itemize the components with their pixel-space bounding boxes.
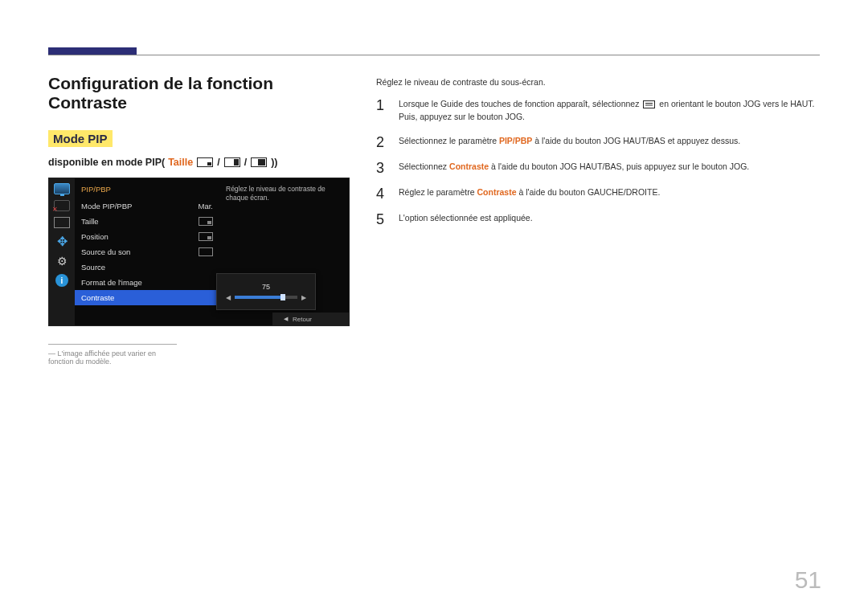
avail-taille: Taille <box>168 157 193 168</box>
osd-category: PIP/PBP <box>75 182 219 198</box>
pip-size-tall-icon <box>224 157 240 167</box>
pip-preview-icon <box>199 217 213 226</box>
osd-icon-picture-off <box>54 200 70 211</box>
steps-list: 1 Lorsque le Guide des touches de foncti… <box>376 98 820 227</box>
menu-glyph-icon <box>643 100 655 108</box>
osd-item-label: Format de l'image <box>81 278 142 287</box>
step-pre: L'option sélectionnée est appliquée. <box>399 213 533 223</box>
osd-item-mode: Mode PIP/PBP Mar. <box>75 198 219 214</box>
step-4: 4 Réglez le paramètre Contraste à l'aide… <box>376 186 820 201</box>
mode-pip-badge: Mode PIP <box>48 130 113 147</box>
pip-size-half-icon <box>251 157 267 167</box>
step-number: 5 <box>376 212 387 227</box>
osd-icon-picture <box>54 183 70 194</box>
availability-line: disponible en mode PIP( Taille / / )) <box>48 157 346 168</box>
step-number: 4 <box>376 186 387 201</box>
step-pre: Sélectionnez <box>399 161 449 171</box>
osd-item-source-son: Source du son <box>75 244 219 260</box>
osd-item-contraste: Contraste <box>75 290 219 305</box>
footnote-rule: ― L'image affichée peut varier en foncti… <box>48 344 177 366</box>
step-number: 3 <box>376 161 387 175</box>
back-arrow-icon: ◀ <box>284 316 288 322</box>
page-number: 51 <box>795 566 821 594</box>
step-text: Lorsque le Guide des touches de fonction… <box>399 98 820 124</box>
step-text: Sélectionnez Contraste à l'aide du bouto… <box>399 161 749 174</box>
pip-size-small-icon <box>197 157 213 167</box>
step-5: 5 L'option sélectionnée est appliquée. <box>376 212 820 227</box>
step-1: 1 Lorsque le Guide des touches de foncti… <box>376 98 820 124</box>
step-pre: Sélectionnez le paramètre <box>399 136 499 145</box>
step-text: Sélectionnez le paramètre PIP/PBP à l'ai… <box>399 135 740 148</box>
osd-icon-move: ✥ <box>54 234 70 248</box>
step-text: Réglez le paramètre Contraste à l'aide d… <box>399 186 660 199</box>
step-highlight: Contraste <box>477 187 516 197</box>
osd-item-source: Source <box>75 260 219 275</box>
header-accent-block <box>48 47 137 55</box>
osd-screenshot: ✥ ⚙ i PIP/PBP Mode PIP/PBP Mar. Taille <box>48 178 350 326</box>
header-rule <box>48 55 820 55</box>
osd-item-label: Position <box>81 232 108 241</box>
osd-item-label: Taille <box>81 217 99 226</box>
pip-preview-icon <box>199 247 213 256</box>
osd-menu: PIP/PBP Mode PIP/PBP Mar. Taille Positio… <box>75 178 219 325</box>
avail-sep1: / <box>217 157 219 168</box>
slider-knob <box>280 294 285 300</box>
page-title: Configuration de la fonction Contraste <box>48 74 346 112</box>
osd-item-position: Position <box>75 229 219 244</box>
slider-value: 75 <box>262 283 270 291</box>
arrow-left-icon: ◀ <box>226 294 231 301</box>
osd-item-label: Source du son <box>81 247 130 256</box>
osd-sidebar: ✥ ⚙ i <box>49 178 75 325</box>
osd-item-format: Format de l'image <box>75 275 219 290</box>
step-highlight: Contraste <box>449 161 489 171</box>
arrow-right-icon: ▶ <box>301 294 306 301</box>
step-3: 3 Sélectionnez Contraste à l'aide du bou… <box>376 161 820 175</box>
osd-icon-info: i <box>55 274 68 287</box>
step-pre: Lorsque le Guide des touches de fonction… <box>399 99 641 108</box>
slider-row: ◀ ▶ <box>226 294 306 301</box>
footnote: ― L'image affichée peut varier en foncti… <box>48 349 177 366</box>
osd-item-value: Mar. <box>199 202 213 210</box>
avail-prefix: disponible en mode PIP( <box>48 157 165 168</box>
intro-text: Réglez le niveau de contraste du sous-éc… <box>376 77 820 87</box>
avail-suffix: )) <box>271 157 277 168</box>
osd-item-label: Source <box>81 263 105 272</box>
avail-sep2: / <box>244 157 247 168</box>
step-number: 2 <box>376 135 387 149</box>
step-number: 1 <box>376 98 387 112</box>
step-highlight: PIP/PBP <box>499 136 532 145</box>
step-text: L'option sélectionnée est appliquée. <box>399 212 533 225</box>
pip-preview-icon <box>199 232 213 241</box>
osd-item-taille: Taille <box>75 214 219 229</box>
slider-track <box>235 296 297 299</box>
step-post: à l'aide du bouton JOG HAUT/BAS et appuy… <box>532 136 740 145</box>
step-pre: Réglez le paramètre <box>399 187 477 197</box>
slider-fill <box>235 296 282 299</box>
osd-return-label: Retour <box>293 316 312 323</box>
step-post: à l'aide du bouton JOG HAUT/BAS, puis ap… <box>489 161 749 171</box>
osd-footer: ◀ Retour <box>272 313 349 325</box>
osd-slider-popup: 75 ◀ ▶ <box>216 273 316 310</box>
osd-icon-pip <box>54 217 70 228</box>
osd-item-label: Mode PIP/PBP <box>81 202 132 210</box>
osd-icon-settings: ⚙ <box>54 254 70 268</box>
step-post: à l'aide du bouton GAUCHE/DROITE. <box>516 187 660 197</box>
step-2: 2 Sélectionnez le paramètre PIP/PBP à l'… <box>376 135 820 149</box>
osd-item-label: Contraste <box>81 293 114 302</box>
